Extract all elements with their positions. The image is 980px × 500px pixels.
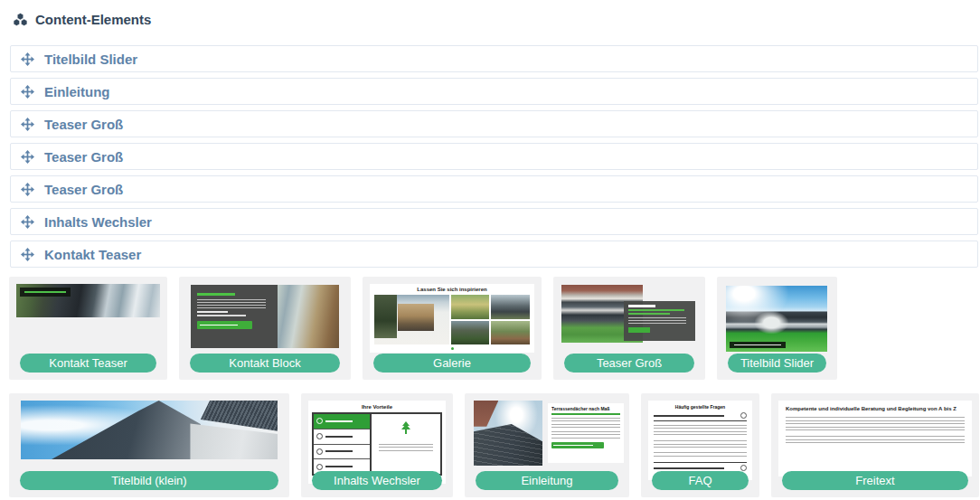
thumb-green-heading: [197, 293, 235, 296]
einleitung-text-panel: Terrassendächer nach Maß: [548, 403, 624, 463]
page-header: Content-Elements: [0, 0, 980, 27]
add-inhalts-wechsler-button[interactable]: Inhalts Wechsler: [312, 471, 442, 490]
green-divider: [551, 413, 620, 415]
content-element-row[interactable]: Teaser Groß: [10, 110, 978, 137]
text-line-placeholder: [197, 315, 246, 316]
add-freitext-button[interactable]: Freitext: [782, 471, 968, 490]
text-line-placeholder: [325, 466, 353, 467]
palette-card-inhalts-wechsler[interactable]: Ihre Vorteile Inhalts Wechsler: [301, 393, 453, 497]
text-line-placeholder: [734, 344, 781, 346]
element-palette-row-1: Kontakt Teaser Kontakt Block Lassen Sie …: [9, 277, 980, 380]
move-icon[interactable]: [21, 85, 34, 99]
element-palette-row-2: Titelbild (klein) Ihre Vorteile I: [9, 393, 980, 497]
palette-card-galerie[interactable]: Lassen Sie sich inspirieren Galerie: [363, 277, 542, 380]
titelbild-klein-thumbnail: [21, 401, 278, 459]
thumb-green-button: [197, 321, 252, 329]
thumb-overlay-label: [730, 342, 786, 348]
palette-card-einleitung[interactable]: Terrassendächer nach Maß Einleitung: [465, 393, 629, 497]
paragraph-lines-placeholder: [654, 425, 747, 438]
add-galerie-button[interactable]: Galerie: [373, 354, 531, 373]
content-element-row[interactable]: Inhalts Wechsler: [10, 208, 978, 235]
content-element-label: Teaser Groß: [44, 117, 123, 132]
paragraph-lines-placeholder: [551, 431, 620, 439]
content-element-row[interactable]: Einleitung: [10, 78, 978, 105]
paragraph-lines-placeholder: [786, 417, 965, 430]
paragraph-lines-placeholder: [197, 299, 266, 308]
move-icon[interactable]: [21, 215, 34, 229]
content-element-row[interactable]: Titelbild Slider: [10, 45, 978, 72]
content-element-list: Titelbild Slider Einleitung Teaser Groß …: [10, 45, 978, 268]
palette-card-kontakt-block[interactable]: Kontakt Block: [179, 277, 351, 380]
einleitung-photo: [474, 401, 542, 466]
add-titelbild-klein-button[interactable]: Titelbild (klein): [20, 471, 278, 490]
gallery-grid-image: [491, 321, 530, 345]
tab-content-panel: [372, 414, 440, 474]
check-circle-icon: [316, 448, 323, 455]
roof-shape: [52, 401, 201, 459]
faq-question-row: [654, 412, 747, 421]
palette-card-teaser-gross[interactable]: Teaser Groß: [553, 277, 705, 380]
text-line-placeholder: [654, 415, 724, 417]
gallery-grid-image: [451, 321, 490, 345]
check-circle-icon: [316, 418, 323, 424]
palette-card-faq[interactable]: Häufig gestellte Fragen FAQ: [641, 393, 759, 497]
text-line-placeholder: [654, 467, 724, 469]
gallery-grid-image: [451, 295, 490, 319]
add-teaser-gross-button[interactable]: Teaser Groß: [564, 354, 694, 373]
text-line-placeholder: [628, 305, 655, 307]
tab-item: [314, 445, 370, 460]
text-line-placeholder: [24, 291, 66, 293]
gallery-main-image: [374, 295, 449, 344]
page-title: Content-Elements: [35, 12, 151, 27]
content-element-label: Inhalts Wechsler: [44, 214, 152, 230]
add-kontakt-block-button[interactable]: Kontakt Block: [190, 354, 340, 373]
kontakt-block-thumbnail: [191, 285, 339, 348]
text-line-placeholder: [325, 436, 353, 438]
thumb-title: Kompetente und individuelle Beratung und…: [786, 406, 965, 412]
content-element-label: Titelbild Slider: [44, 52, 137, 67]
add-titelbild-slider-button[interactable]: Titelbild Slider: [728, 354, 826, 373]
thumb-green-heading: [628, 309, 684, 311]
tab-item: [314, 429, 370, 445]
add-faq-button[interactable]: FAQ: [652, 471, 749, 490]
thumb-title: Lassen Sie sich inspirieren: [374, 287, 530, 293]
move-icon[interactable]: [21, 52, 34, 66]
paragraph-lines-placeholder: [654, 440, 747, 449]
tab-list: [314, 414, 372, 474]
text-line-placeholder: [200, 325, 238, 326]
paragraph-lines-placeholder: [786, 436, 965, 446]
thumb-overlay-label: [20, 288, 71, 297]
chevron-circle-icon: [740, 465, 747, 471]
palette-card-titelbild-slider[interactable]: Titelbild Slider: [717, 277, 837, 380]
move-icon[interactable]: [21, 248, 34, 261]
kontakt-teaser-thumbnail: [16, 284, 160, 317]
content-element-row[interactable]: Teaser Groß: [10, 143, 978, 170]
gallery-images: [374, 295, 530, 344]
add-einleitung-button[interactable]: Einleitung: [476, 471, 618, 490]
content-element-label: Einleitung: [44, 84, 110, 99]
faq-thumbnail: Häufig gestellte Fragen: [648, 401, 752, 480]
paragraph-lines-placeholder: [379, 444, 433, 453]
move-icon[interactable]: [21, 183, 34, 196]
content-element-label: Teaser Groß: [44, 149, 123, 165]
content-element-row[interactable]: Teaser Groß: [10, 175, 978, 203]
thumb-green-button: [628, 327, 650, 333]
thumb-dark-panel: [191, 285, 278, 348]
text-line-placeholder: [325, 420, 353, 422]
gallery-grid: [451, 295, 530, 344]
check-circle-icon: [316, 433, 323, 439]
content-element-row[interactable]: Kontakt Teaser: [10, 241, 978, 268]
tree-icon: [399, 420, 413, 439]
move-icon[interactable]: [21, 150, 34, 164]
thumb-green-heading: [628, 313, 670, 315]
content-element-label: Teaser Groß: [44, 182, 123, 197]
palette-card-titelbild-klein[interactable]: Titelbild (klein): [9, 393, 289, 497]
palette-card-kontakt-teaser[interactable]: Kontakt Teaser: [9, 277, 167, 380]
chevron-circle-icon: [740, 412, 747, 419]
palette-card-freitext[interactable]: Kompetente und individuelle Beratung und…: [771, 393, 979, 497]
content-element-label: Kontakt Teaser: [44, 247, 141, 262]
text-line-placeholder: [553, 445, 593, 446]
add-kontakt-teaser-button[interactable]: Kontakt Teaser: [20, 354, 156, 373]
move-icon[interactable]: [21, 118, 34, 131]
tab-item-active: [314, 414, 370, 429]
